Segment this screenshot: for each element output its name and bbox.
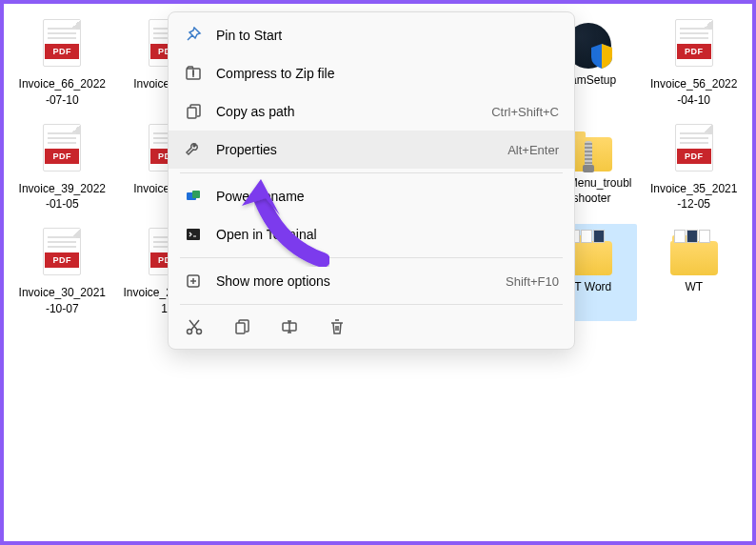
file-item[interactable]: PDF Invoice_39_2022-01-05 (13, 120, 111, 217)
svg-rect-10 (236, 323, 245, 333)
file-label: WT (685, 279, 703, 295)
menu-divider (180, 172, 563, 173)
menu-divider (180, 304, 563, 305)
menu-copy-path[interactable]: Copy as path Ctrl+Shift+C (169, 92, 574, 131)
file-label: Invoice_66_2022-07-10 (17, 76, 108, 109)
menu-label: Properties (216, 142, 507, 157)
pdf-icon: PDF (671, 19, 717, 72)
svg-rect-6 (187, 229, 200, 240)
menu-label: Pin to Start (216, 28, 559, 43)
svg-point-9 (197, 330, 202, 334)
svg-point-8 (188, 330, 192, 334)
context-menu: Pin to Start Compress to Zip file Copy a… (168, 11, 575, 350)
folder-icon (670, 235, 718, 275)
file-label: Invoice_35_2021-12-05 (648, 181, 739, 213)
menu-label: Show more options (216, 273, 506, 289)
file-item[interactable]: PDF Invoice_35_2021-12-05 (645, 120, 743, 217)
terminal-icon (184, 225, 203, 244)
delete-icon[interactable] (327, 316, 348, 337)
file-label: Invoice_56_2022-04-10 (648, 76, 739, 109)
pdf-icon: PDF (39, 124, 85, 177)
menu-shortcut: Ctrl+Shift+C (491, 105, 559, 119)
pdf-icon: PDF (39, 228, 85, 281)
menu-properties[interactable]: Properties Alt+Enter (169, 131, 574, 169)
menu-shortcut: Alt+Enter (507, 143, 559, 157)
rename-icon[interactable] (279, 316, 300, 337)
pdf-icon: PDF (671, 124, 717, 177)
more-icon (184, 272, 203, 291)
file-item[interactable]: WT (645, 224, 743, 321)
menu-show-more[interactable]: Show more options Shift+F10 (169, 262, 574, 300)
menu-shortcut: Shift+F10 (506, 274, 559, 289)
menu-label: Copy as path (216, 104, 491, 119)
menu-label: Open in Terminal (216, 227, 559, 242)
file-label: Invoice_30_2021-10-07 (17, 285, 108, 317)
wrench-icon (184, 140, 203, 159)
file-label: Invoice_39_2022-01-05 (17, 181, 108, 213)
cut-icon[interactable] (184, 316, 205, 337)
menu-pin-to-start[interactable]: Pin to Start (169, 16, 574, 54)
svg-rect-3 (188, 108, 196, 118)
copy-icon[interactable] (231, 316, 252, 337)
menu-divider (180, 257, 563, 258)
menu-label: PowerRename (216, 189, 559, 204)
pdf-icon: PDF (39, 19, 85, 72)
file-item[interactable]: PDF Invoice_30_2021-10-07 (13, 224, 111, 321)
menu-open-terminal[interactable]: Open in Terminal (169, 215, 574, 253)
powerrename-icon (184, 187, 203, 206)
zip-icon (184, 64, 203, 83)
menu-bottom-bar (169, 309, 574, 345)
menu-compress-zip[interactable]: Compress to Zip file (169, 54, 574, 92)
copy-path-icon (184, 102, 203, 121)
svg-rect-5 (192, 191, 200, 198)
file-item[interactable]: PDF Invoice_66_2022-07-10 (13, 15, 111, 112)
pin-icon (184, 26, 203, 45)
file-item[interactable]: PDF Invoice_56_2022-04-10 (645, 15, 743, 112)
menu-powerrename[interactable]: PowerRename (169, 177, 574, 215)
menu-label: Compress to Zip file (216, 66, 559, 81)
